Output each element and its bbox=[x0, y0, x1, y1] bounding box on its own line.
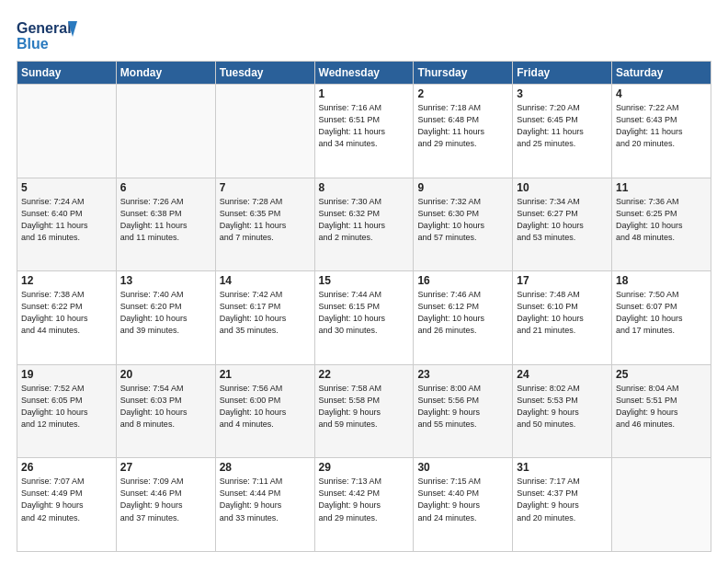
day-info: Sunrise: 8:04 AM Sunset: 5:51 PM Dayligh… bbox=[616, 383, 707, 431]
day-number: 12 bbox=[21, 274, 112, 287]
day-info: Sunrise: 7:56 AM Sunset: 6:00 PM Dayligh… bbox=[220, 383, 311, 431]
day-info: Sunrise: 7:58 AM Sunset: 5:58 PM Dayligh… bbox=[319, 383, 410, 431]
calendar-cell: 21Sunrise: 7:56 AM Sunset: 6:00 PM Dayli… bbox=[215, 364, 314, 458]
calendar-cell: 11Sunrise: 7:36 AM Sunset: 6:25 PM Dayli… bbox=[612, 178, 711, 271]
day-number: 16 bbox=[417, 274, 508, 287]
day-info: Sunrise: 7:44 AM Sunset: 6:15 PM Dayligh… bbox=[319, 289, 410, 337]
day-number: 30 bbox=[417, 461, 508, 474]
calendar-cell: 5Sunrise: 7:24 AM Sunset: 6:40 PM Daylig… bbox=[17, 178, 117, 271]
calendar-cell: 27Sunrise: 7:09 AM Sunset: 4:46 PM Dayli… bbox=[116, 458, 215, 552]
calendar-cell: 6Sunrise: 7:26 AM Sunset: 6:38 PM Daylig… bbox=[116, 178, 215, 271]
day-number: 17 bbox=[517, 274, 608, 287]
calendar-cell: 16Sunrise: 7:46 AM Sunset: 6:12 PM Dayli… bbox=[414, 271, 513, 365]
day-info: Sunrise: 7:46 AM Sunset: 6:12 PM Dayligh… bbox=[417, 289, 508, 337]
day-of-week-header: Wednesday bbox=[314, 62, 414, 85]
svg-text:Blue: Blue bbox=[17, 36, 49, 52]
day-number: 3 bbox=[517, 87, 608, 100]
day-info: Sunrise: 7:20 AM Sunset: 6:45 PM Dayligh… bbox=[517, 102, 608, 150]
calendar-cell: 8Sunrise: 7:30 AM Sunset: 6:32 PM Daylig… bbox=[314, 178, 414, 271]
day-info: Sunrise: 7:24 AM Sunset: 6:40 PM Dayligh… bbox=[21, 196, 112, 244]
calendar-table: SundayMondayTuesdayWednesdayThursdayFrid… bbox=[17, 61, 711, 552]
day-of-week-header: Tuesday bbox=[215, 62, 314, 85]
day-number: 13 bbox=[120, 274, 211, 287]
day-number: 26 bbox=[21, 461, 112, 474]
day-info: Sunrise: 7:30 AM Sunset: 6:32 PM Dayligh… bbox=[319, 196, 410, 244]
day-info: Sunrise: 7:52 AM Sunset: 6:05 PM Dayligh… bbox=[21, 383, 112, 431]
page-header: GeneralBlue bbox=[17, 17, 711, 53]
day-of-week-header: Saturday bbox=[612, 62, 711, 85]
day-info: Sunrise: 8:02 AM Sunset: 5:53 PM Dayligh… bbox=[517, 383, 608, 431]
day-number: 9 bbox=[417, 181, 508, 194]
day-info: Sunrise: 7:32 AM Sunset: 6:30 PM Dayligh… bbox=[417, 196, 508, 244]
calendar-cell: 15Sunrise: 7:44 AM Sunset: 6:15 PM Dayli… bbox=[314, 271, 414, 365]
day-info: Sunrise: 8:00 AM Sunset: 5:56 PM Dayligh… bbox=[417, 383, 508, 431]
day-number: 21 bbox=[220, 368, 311, 381]
day-info: Sunrise: 7:15 AM Sunset: 4:40 PM Dayligh… bbox=[417, 476, 508, 523]
calendar-cell: 12Sunrise: 7:38 AM Sunset: 6:22 PM Dayli… bbox=[17, 271, 117, 365]
calendar-cell: 23Sunrise: 8:00 AM Sunset: 5:56 PM Dayli… bbox=[414, 364, 513, 458]
day-number: 1 bbox=[319, 87, 410, 100]
calendar-week-row: 1Sunrise: 7:16 AM Sunset: 6:51 PM Daylig… bbox=[17, 85, 711, 178]
day-info: Sunrise: 7:38 AM Sunset: 6:22 PM Dayligh… bbox=[21, 289, 112, 337]
day-number: 4 bbox=[616, 87, 707, 100]
day-number: 18 bbox=[616, 274, 707, 287]
day-number: 22 bbox=[319, 368, 410, 381]
day-number: 31 bbox=[517, 461, 608, 474]
day-number: 28 bbox=[220, 461, 311, 474]
calendar-cell bbox=[17, 85, 117, 178]
day-number: 29 bbox=[319, 461, 410, 474]
day-info: Sunrise: 7:18 AM Sunset: 6:48 PM Dayligh… bbox=[417, 102, 508, 150]
day-info: Sunrise: 7:22 AM Sunset: 6:43 PM Dayligh… bbox=[616, 102, 707, 150]
day-info: Sunrise: 7:28 AM Sunset: 6:35 PM Dayligh… bbox=[220, 196, 311, 244]
day-info: Sunrise: 7:42 AM Sunset: 6:17 PM Dayligh… bbox=[220, 289, 311, 337]
calendar-cell: 22Sunrise: 7:58 AM Sunset: 5:58 PM Dayli… bbox=[314, 364, 414, 458]
day-number: 6 bbox=[120, 181, 211, 194]
calendar-cell: 26Sunrise: 7:07 AM Sunset: 4:49 PM Dayli… bbox=[17, 458, 117, 552]
day-info: Sunrise: 7:34 AM Sunset: 6:27 PM Dayligh… bbox=[517, 196, 608, 244]
day-number: 5 bbox=[21, 181, 112, 194]
day-of-week-header: Thursday bbox=[414, 62, 513, 85]
day-info: Sunrise: 7:07 AM Sunset: 4:49 PM Dayligh… bbox=[21, 476, 112, 523]
calendar-header-row: SundayMondayTuesdayWednesdayThursdayFrid… bbox=[17, 62, 711, 85]
calendar-cell bbox=[612, 458, 711, 552]
calendar-cell bbox=[116, 85, 215, 178]
calendar-cell: 7Sunrise: 7:28 AM Sunset: 6:35 PM Daylig… bbox=[215, 178, 314, 271]
day-of-week-header: Sunday bbox=[17, 62, 117, 85]
day-info: Sunrise: 7:17 AM Sunset: 4:37 PM Dayligh… bbox=[517, 476, 608, 523]
day-of-week-header: Friday bbox=[513, 62, 612, 85]
day-info: Sunrise: 7:40 AM Sunset: 6:20 PM Dayligh… bbox=[120, 289, 211, 337]
calendar-cell: 28Sunrise: 7:11 AM Sunset: 4:44 PM Dayli… bbox=[215, 458, 314, 552]
day-info: Sunrise: 7:11 AM Sunset: 4:44 PM Dayligh… bbox=[220, 476, 311, 523]
day-number: 11 bbox=[616, 181, 707, 194]
calendar-week-row: 12Sunrise: 7:38 AM Sunset: 6:22 PM Dayli… bbox=[17, 271, 711, 365]
day-number: 10 bbox=[517, 181, 608, 194]
calendar-cell: 3Sunrise: 7:20 AM Sunset: 6:45 PM Daylig… bbox=[513, 85, 612, 178]
day-number: 19 bbox=[21, 368, 112, 381]
day-info: Sunrise: 7:50 AM Sunset: 6:07 PM Dayligh… bbox=[616, 289, 707, 337]
calendar-cell: 4Sunrise: 7:22 AM Sunset: 6:43 PM Daylig… bbox=[612, 85, 711, 178]
day-number: 23 bbox=[417, 368, 508, 381]
calendar-cell: 9Sunrise: 7:32 AM Sunset: 6:30 PM Daylig… bbox=[414, 178, 513, 271]
svg-text:General: General bbox=[17, 20, 72, 36]
day-number: 7 bbox=[220, 181, 311, 194]
day-info: Sunrise: 7:09 AM Sunset: 4:46 PM Dayligh… bbox=[120, 476, 211, 523]
logo: GeneralBlue bbox=[17, 17, 81, 53]
calendar-cell: 14Sunrise: 7:42 AM Sunset: 6:17 PM Dayli… bbox=[215, 271, 314, 365]
calendar-cell: 19Sunrise: 7:52 AM Sunset: 6:05 PM Dayli… bbox=[17, 364, 117, 458]
calendar-cell: 18Sunrise: 7:50 AM Sunset: 6:07 PM Dayli… bbox=[612, 271, 711, 365]
day-number: 25 bbox=[616, 368, 707, 381]
calendar-cell: 31Sunrise: 7:17 AM Sunset: 4:37 PM Dayli… bbox=[513, 458, 612, 552]
day-of-week-header: Monday bbox=[116, 62, 215, 85]
day-number: 15 bbox=[319, 274, 410, 287]
calendar-cell: 30Sunrise: 7:15 AM Sunset: 4:40 PM Dayli… bbox=[414, 458, 513, 552]
calendar-cell: 24Sunrise: 8:02 AM Sunset: 5:53 PM Dayli… bbox=[513, 364, 612, 458]
day-number: 24 bbox=[517, 368, 608, 381]
day-info: Sunrise: 7:48 AM Sunset: 6:10 PM Dayligh… bbox=[517, 289, 608, 337]
day-info: Sunrise: 7:36 AM Sunset: 6:25 PM Dayligh… bbox=[616, 196, 707, 244]
calendar-cell: 25Sunrise: 8:04 AM Sunset: 5:51 PM Dayli… bbox=[612, 364, 711, 458]
day-number: 2 bbox=[417, 87, 508, 100]
calendar-week-row: 5Sunrise: 7:24 AM Sunset: 6:40 PM Daylig… bbox=[17, 178, 711, 271]
calendar-cell: 20Sunrise: 7:54 AM Sunset: 6:03 PM Dayli… bbox=[116, 364, 215, 458]
calendar-cell: 29Sunrise: 7:13 AM Sunset: 4:42 PM Dayli… bbox=[314, 458, 414, 552]
calendar-cell: 2Sunrise: 7:18 AM Sunset: 6:48 PM Daylig… bbox=[414, 85, 513, 178]
